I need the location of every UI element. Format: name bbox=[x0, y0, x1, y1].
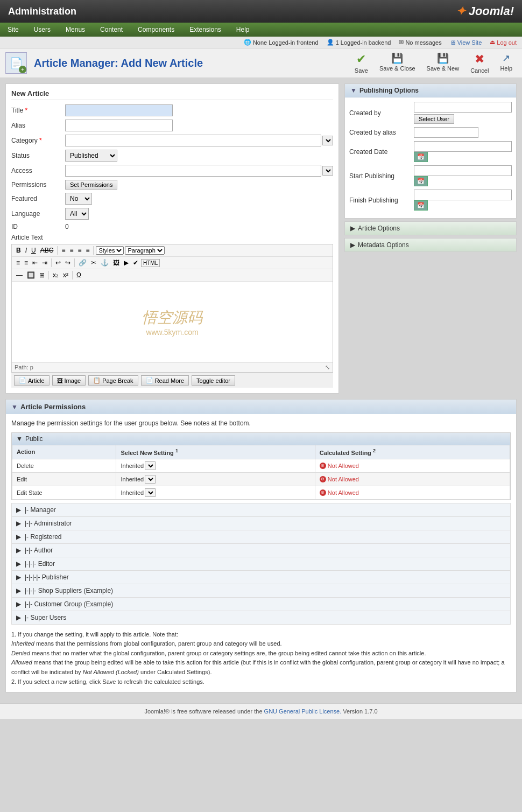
resize-handle[interactable]: ⤡ bbox=[325, 364, 330, 371]
page-icon: 📄 + bbox=[5, 52, 27, 74]
editor-ol[interactable]: ≡ bbox=[23, 258, 30, 267]
editor-table[interactable]: ⊞ bbox=[38, 271, 46, 279]
article-footer-btn[interactable]: 📄 Article bbox=[14, 375, 50, 386]
select-user-button[interactable]: Select User bbox=[414, 114, 454, 124]
access-select[interactable]: ▼ bbox=[322, 166, 333, 176]
editor-superscript[interactable]: x² bbox=[61, 271, 70, 279]
nav-extensions[interactable]: Extensions bbox=[182, 23, 229, 37]
permissions-body: Manage the permission settings for the u… bbox=[6, 414, 516, 692]
editor-format-select[interactable]: Paragraph bbox=[125, 246, 165, 255]
editor-ul[interactable]: ≡ bbox=[15, 258, 22, 267]
group-customer[interactable]: ▶ |-|- Customer Group (Example) bbox=[12, 597, 511, 611]
editor-path: Path: p bbox=[15, 364, 33, 371]
save-new-button[interactable]: 💾 Save & New bbox=[422, 51, 464, 75]
alias-input[interactable] bbox=[65, 120, 173, 131]
finish-pub-cal-btn[interactable]: 📅 bbox=[414, 200, 428, 211]
editor-align-center[interactable]: ≡ bbox=[68, 246, 75, 255]
nav-content[interactable]: Content bbox=[93, 23, 130, 37]
editor-underline[interactable]: U bbox=[30, 246, 38, 255]
nav-site[interactable]: Site bbox=[0, 23, 26, 37]
help-button[interactable]: ↗ Help bbox=[496, 51, 517, 75]
save-new-icon: 💾 bbox=[437, 52, 449, 64]
editor-omega[interactable]: Ω bbox=[75, 271, 83, 279]
nav-menus[interactable]: Menus bbox=[58, 23, 93, 37]
title-input[interactable] bbox=[65, 104, 173, 116]
created-date-input[interactable] bbox=[414, 141, 512, 152]
nav-components[interactable]: Components bbox=[130, 23, 182, 37]
set-permissions-button[interactable]: Set Permissions bbox=[65, 180, 117, 190]
new-article-title: New Article bbox=[11, 89, 333, 100]
group-admin[interactable]: ▶ |-|- Administrator bbox=[12, 516, 511, 530]
toggle-editor-btn[interactable]: Toggle editor bbox=[192, 375, 235, 386]
groups-table: ▶ |- Manager ▶ |-|- Administrator bbox=[11, 503, 511, 625]
created-alias-input[interactable] bbox=[414, 127, 478, 138]
readmore-footer-btn[interactable]: 📄 Read More bbox=[141, 375, 189, 386]
created-date-cal-btn[interactable]: 📅 bbox=[414, 152, 428, 162]
editor-html[interactable]: HTML bbox=[141, 259, 160, 267]
editor-styles-select[interactable]: Styles bbox=[96, 246, 124, 255]
editor-hr[interactable]: — bbox=[15, 271, 24, 279]
group-shop-suppliers[interactable]: ▶ |-|-|- Shop Suppliers (Example) bbox=[12, 584, 511, 597]
editor-redo[interactable]: ↪ bbox=[64, 258, 72, 267]
image-footer-btn[interactable]: 🖼 Image bbox=[52, 375, 86, 386]
joomla-logo: ✦ Joomla! bbox=[456, 4, 514, 18]
cancel-button[interactable]: ✖ Cancel bbox=[466, 51, 493, 75]
save-button[interactable]: ✔ Save bbox=[350, 51, 372, 75]
table-row: Edit Inherited ▼ ⊘ Not Allowed bbox=[12, 472, 510, 486]
nav-users[interactable]: Users bbox=[26, 23, 58, 37]
view-site-link[interactable]: 🖥 View Site bbox=[450, 39, 482, 46]
permissions-table: Action Select New Setting 1 Calculated S… bbox=[12, 445, 510, 500]
nav-help[interactable]: Help bbox=[229, 23, 257, 37]
editor-strikethrough[interactable]: ABC bbox=[39, 246, 55, 255]
editor-bold[interactable]: B bbox=[15, 246, 23, 255]
group-author[interactable]: ▶ |-|- Author bbox=[12, 543, 511, 557]
group-superusers[interactable]: ▶ |- Super Users bbox=[12, 611, 511, 624]
editstate-setting-select[interactable]: ▼ bbox=[145, 488, 156, 497]
pagebreak-footer-btn[interactable]: 📋 Page Break bbox=[88, 375, 138, 386]
created-by-label: Created by bbox=[349, 109, 414, 117]
access-input[interactable]: Public bbox=[65, 165, 321, 177]
delete-setting-select[interactable]: ▼ bbox=[145, 461, 156, 470]
start-pub-input[interactable] bbox=[414, 165, 512, 176]
editor-anchor[interactable]: ⚓ bbox=[99, 258, 110, 267]
finish-pub-input[interactable] bbox=[414, 190, 512, 200]
group-publisher[interactable]: ▶ |-|-|-|- Publisher bbox=[12, 570, 511, 584]
public-header[interactable]: ▼ Public bbox=[12, 433, 510, 445]
editor-content[interactable]: 悟空源码 www.5kym.com bbox=[12, 282, 333, 362]
group-manager[interactable]: ▶ |- Manager bbox=[12, 503, 511, 516]
language-select[interactable]: All bbox=[65, 208, 89, 220]
editor-align-left[interactable]: ≡ bbox=[60, 246, 67, 255]
pub-options-header[interactable]: ▼ Publishing Options bbox=[345, 84, 516, 97]
category-input[interactable]: Sample Data-Articles bbox=[65, 135, 321, 146]
editor-special1[interactable]: 🔲 bbox=[25, 271, 37, 279]
editor-align-right[interactable]: ≡ bbox=[76, 246, 83, 255]
save-close-button[interactable]: 💾 Save & Close bbox=[375, 51, 420, 75]
status-select[interactable]: Published Unpublished bbox=[65, 150, 117, 162]
edit-setting-select[interactable]: ▼ bbox=[145, 475, 156, 484]
license-link[interactable]: GNU General Public License. bbox=[264, 708, 342, 715]
created-by-input[interactable]: Select a User bbox=[414, 102, 512, 113]
editor-image-insert[interactable]: 🖼 bbox=[111, 258, 121, 267]
group-registered[interactable]: ▶ |- Registered bbox=[12, 530, 511, 543]
editor-media[interactable]: ▶ bbox=[122, 258, 130, 267]
editor-indent[interactable]: ⇥ bbox=[40, 258, 49, 267]
featured-select[interactable]: No Yes bbox=[65, 193, 92, 205]
logout-link[interactable]: ⏏ Log out bbox=[490, 39, 517, 46]
editor-unlink[interactable]: ✂ bbox=[89, 258, 98, 267]
editor-italic[interactable]: I bbox=[24, 246, 29, 255]
pagebreak-icon: 📋 bbox=[93, 377, 101, 384]
category-select[interactable]: ▼ bbox=[322, 136, 333, 145]
editor-link[interactable]: 🔗 bbox=[77, 258, 88, 267]
editor-outdent[interactable]: ⇤ bbox=[31, 258, 39, 267]
article-form-layout: New Article Title Alias C bbox=[5, 83, 517, 394]
editor-check[interactable]: ✔ bbox=[131, 258, 140, 267]
metadata-options-header[interactable]: ▶ Metadata Options bbox=[345, 239, 516, 251]
created-date-label: Created Date bbox=[349, 148, 414, 156]
editor-align-justify[interactable]: ≡ bbox=[84, 246, 91, 255]
start-pub-cal-btn[interactable]: 📅 bbox=[414, 176, 428, 186]
article-options-header[interactable]: ▶ Article Options bbox=[345, 222, 516, 235]
group-editor[interactable]: ▶ |-|-|- Editor bbox=[12, 557, 511, 570]
editor-undo[interactable]: ↩ bbox=[54, 258, 62, 267]
editor-subscript[interactable]: x₂ bbox=[51, 271, 60, 279]
permissions-header[interactable]: ▼ Article Permissions bbox=[6, 400, 516, 414]
